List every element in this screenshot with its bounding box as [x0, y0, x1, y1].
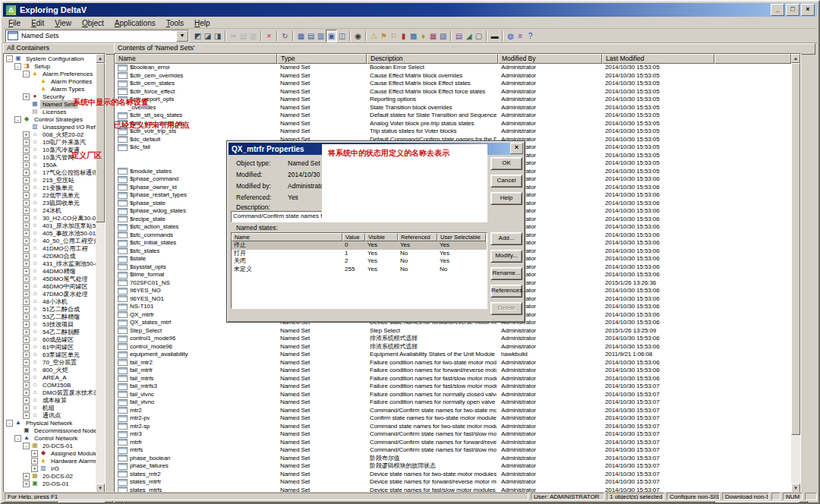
expand-icon[interactable]: +	[23, 283, 30, 290]
expand-icon[interactable]: +	[23, 276, 30, 282]
table-row[interactable]: _overridesNamed SetState Transition bloc…	[115, 104, 791, 112]
tree-item[interactable]: -▣System Configuration	[4, 55, 96, 62]
title-bar[interactable]: Δ Exploring DeltaV _□×	[3, 3, 817, 17]
expand-icon[interactable]: +	[23, 480, 30, 487]
book-icon[interactable]: ▮	[399, 30, 408, 42]
keyboard-icon[interactable]: ▬	[490, 30, 500, 42]
table-row[interactable]: $ctlr_report_optsNamed SetReporting opti…	[115, 96, 791, 104]
find-next-icon[interactable]: ◨	[213, 30, 222, 42]
tree-item[interactable]: +⌂60成品罐区	[4, 335, 96, 343]
tree-item[interactable]: +⌂70_空分装置	[4, 358, 96, 366]
tree-item[interactable]: ▥Unassigned I/O References	[4, 123, 96, 131]
references-button[interactable]: References...	[490, 285, 522, 298]
named-state-row[interactable]: 关闭2YesNoYes	[232, 257, 487, 266]
table-row[interactable]: mtrfrNamed SetCommand/Confirm state name…	[115, 439, 791, 447]
expand-icon[interactable]: +	[23, 397, 30, 404]
expand-icon[interactable]: +	[23, 245, 30, 252]
tree-vertical-scrollbar[interactable]: ▲ ▼	[96, 54, 105, 493]
table-row[interactable]: phase_failuresNamed Set阶段逻辑模块的故障状态Admini…	[115, 462, 791, 471]
table-row[interactable]: states_mtrfrNamed SetDevice state names …	[115, 478, 791, 487]
tree-item[interactable]: +▦20-DCS-02	[4, 472, 96, 480]
context-help-icon[interactable]: ?	[525, 30, 535, 42]
expand-icon[interactable]: +	[23, 405, 30, 411]
cancel-button[interactable]: Cancel	[490, 175, 522, 187]
table-row[interactable]: fail_mtrfrNamed SetFailure condition nam…	[115, 367, 791, 375]
tree-item[interactable]: -▲Control Network	[4, 434, 96, 442]
tree-item[interactable]: +⌂42DMO合成	[4, 252, 96, 260]
tree-item[interactable]: +⌂45DMO尾气处理	[4, 275, 96, 282]
tree-item[interactable]: +⌂COM150B	[4, 381, 96, 389]
view-small-icons-icon[interactable]: ▤	[306, 30, 316, 42]
collapse-icon[interactable]: -	[14, 435, 21, 442]
tree-item[interactable]: -◨Setup	[4, 62, 96, 70]
table-row[interactable]: states_mtr2Named SetDevice state names f…	[115, 471, 791, 479]
tree-item[interactable]: +⌂21变换单元	[4, 184, 96, 191]
table-row[interactable]: mtr2-spNamed SetCommand state names for …	[115, 423, 791, 431]
scroll-up-icon[interactable]: ▲	[791, 54, 800, 63]
tree-item[interactable]: +◆Assigned Modules	[4, 449, 96, 457]
expand-icon[interactable]: +	[23, 329, 30, 335]
find-advanced-icon[interactable]: ◪	[203, 30, 213, 42]
tree-item[interactable]: +⌂40_50_公用工程空分部分	[4, 237, 96, 244]
tree-item[interactable]: -▲Alarm Preferences	[4, 70, 96, 77]
combo-dropdown-icon[interactable]: ▼	[176, 30, 188, 42]
tree-item[interactable]: ▣Decommissioned Nodes	[4, 427, 96, 434]
tree-item[interactable]: +⌂DMO装置废水技术改造	[4, 389, 96, 396]
table-row[interactable]: mtr2-pvNamed SetConfirm state names for …	[115, 414, 791, 423]
tree-item[interactable]: +⌂51乙二醇合成	[4, 305, 96, 313]
tree-item[interactable]: +⌂61中间罐区	[4, 343, 96, 351]
tree-item[interactable]: ▤Licenses	[4, 108, 96, 115]
minimize-button[interactable]: _	[771, 4, 784, 16]
expand-icon[interactable]: +	[23, 291, 30, 298]
column-header-type[interactable]: Type	[277, 54, 367, 64]
table-row[interactable]: mtrfsNamed SetCommand/Confirm state name…	[115, 446, 791, 455]
tree-item[interactable]: +⌂10电厂外来蒸汽	[4, 138, 96, 146]
view-details-icon[interactable]: ▣	[326, 30, 337, 43]
tree-item[interactable]: +⌂30_H2-CO分离30-01	[4, 214, 96, 222]
grid-blue-icon[interactable]: ▨	[438, 30, 448, 42]
grid-red-icon[interactable]: ▦	[428, 30, 438, 42]
tree-item[interactable]: ▲Alarm Types	[4, 85, 96, 93]
column-header-description[interactable]: Description	[367, 54, 498, 64]
cut-icon[interactable]: ✂	[229, 30, 238, 42]
ok-button[interactable]: OK	[490, 157, 522, 170]
expand-icon[interactable]: +	[23, 260, 30, 267]
expand-icon[interactable]: +	[23, 367, 30, 373]
scroll-up-icon[interactable]: ▲	[96, 54, 105, 63]
tree-item[interactable]: +⌂44DMO精馏	[4, 267, 96, 275]
table-row[interactable]: fail_mtr2Named SetFailure condition name…	[115, 359, 791, 367]
expand-icon[interactable]: +	[23, 230, 30, 237]
alarm-icon[interactable]: ⚠	[369, 30, 379, 42]
table-row[interactable]: equipment_availabilityNamed SetEquipment…	[115, 351, 791, 359]
tree-item[interactable]: +⌂54乙二醇脱醛	[4, 328, 96, 335]
tree-item[interactable]: +▣20-OS-01	[4, 480, 96, 487]
tree-item[interactable]: +▲Hardware Alarms	[4, 457, 96, 465]
collapse-icon[interactable]: -	[23, 443, 30, 449]
collapse-icon[interactable]: -	[6, 55, 13, 62]
state-column-visible[interactable]: Visible	[365, 233, 398, 241]
tree-item[interactable]: +⌂47DMO废水处理	[4, 290, 96, 298]
expand-icon[interactable]: +	[23, 313, 30, 320]
state-column-user-selectable[interactable]: User Selectable	[437, 233, 486, 241]
expand-icon[interactable]: +	[23, 298, 30, 305]
books-icon[interactable]: ≡	[516, 30, 525, 42]
tree-item[interactable]: +⌂215_空压站	[4, 176, 96, 184]
state-column-referenced[interactable]: Referenced	[398, 233, 437, 241]
tree-item[interactable]: +⌂AREA_A	[4, 373, 96, 381]
tree-item[interactable]: +⌂17气化公控指标通讯点	[4, 169, 96, 176]
state-column-value[interactable]: Value	[342, 233, 365, 241]
menu-tools[interactable]: Tools	[161, 19, 189, 27]
column-header-name[interactable]: Name	[115, 54, 277, 64]
rename-button[interactable]: Rename...	[490, 267, 522, 280]
paste-icon[interactable]: ▥	[248, 30, 258, 42]
column-header-modified-by[interactable]: Modified By	[498, 54, 602, 64]
expand-icon[interactable]: +	[23, 359, 30, 366]
license-key-icon[interactable]: ♦	[418, 30, 428, 42]
expand-icon[interactable]: +	[23, 139, 30, 146]
table-row[interactable]: $boolean_errorNamed SetBoolean Error Sel…	[115, 64, 791, 72]
tree-item[interactable]: -▲Physical Network	[4, 419, 96, 427]
table-row[interactable]: $ctlr_cem_statesNamed SetCause Effect Ma…	[115, 80, 791, 88]
chart-icon[interactable]: ◢	[464, 30, 474, 42]
table-row[interactable]: Step_SelectNamed SetStep SelectAdministr…	[115, 327, 791, 335]
table-row[interactable]: mtr3Named SetCommand/Confirm state names…	[115, 430, 791, 439]
